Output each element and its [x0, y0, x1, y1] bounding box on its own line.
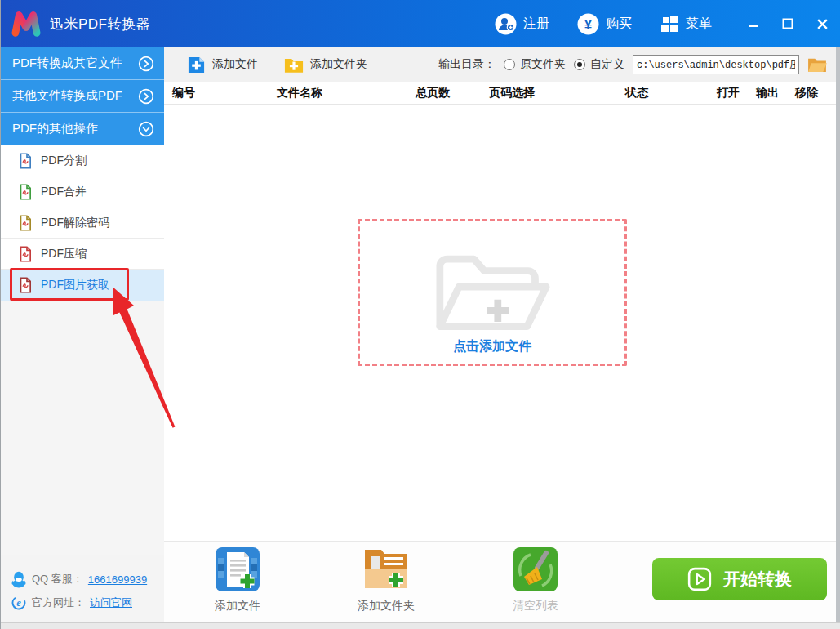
chevron-right-circle-icon [138, 56, 154, 72]
window-bottom-border [1, 622, 840, 629]
maximize-icon [782, 18, 793, 29]
radio-original-label: 原文件夹 [520, 57, 566, 72]
radio-custom-label: 自定义 [590, 57, 624, 72]
bottom-toolbar: 添加文件 添加文件夹 [164, 541, 837, 622]
col-header-open: 打开 [709, 86, 748, 100]
user-plus-icon [495, 13, 517, 35]
file-list-area: 点击添加文件 [164, 105, 837, 541]
sidebar-item-pdf-remove-password[interactable]: PDF解除密码 [1, 207, 164, 239]
add-file-big-label: 添加文件 [215, 599, 260, 613]
group-label: 其他文件转换成PDF [12, 88, 122, 104]
clear-list-big-label: 清空列表 [513, 599, 558, 613]
add-folder-button[interactable]: 添加文件夹 [284, 56, 367, 74]
minimize-button[interactable] [740, 11, 767, 36]
close-icon [816, 18, 829, 30]
qq-service-label: QQ 客服： [32, 572, 83, 587]
yen-icon: ¥ [577, 13, 599, 35]
play-icon [687, 567, 712, 591]
app-title: 迅米PDF转换器 [50, 15, 150, 33]
qq-icon [11, 570, 27, 588]
pdf-file-icon [19, 153, 33, 169]
add-folder-big-icon [362, 546, 411, 592]
output-path-input[interactable] [633, 55, 799, 74]
radio-original-folder[interactable]: 原文件夹 [504, 57, 566, 72]
add-folder-big-label: 添加文件夹 [358, 599, 415, 613]
maximize-button[interactable] [774, 11, 802, 36]
main-panel: 添加文件 添加文件夹 输出目录： 原文件夹 自定义 [164, 47, 837, 622]
svg-text:e: e [16, 597, 21, 609]
col-header-output: 输出 [748, 86, 787, 100]
add-folder-icon [284, 56, 304, 74]
start-convert-label: 开始转换 [723, 568, 792, 591]
sidebar-footer: QQ 客服： 1661699939 e 官方网址： 访问官网 [1, 555, 164, 622]
col-header-total-pages: 总页数 [407, 86, 481, 100]
dropzone-label: 点击添加文件 [453, 338, 531, 355]
add-file-big-icon [215, 546, 260, 592]
sidebar-item-label: PDF分割 [41, 154, 87, 168]
radio-custom[interactable]: 自定义 [574, 57, 624, 72]
pdf-file-icon [19, 215, 33, 231]
menu-button[interactable]: 菜单 [660, 14, 712, 33]
radio-custom-circle[interactable] [574, 59, 585, 70]
output-dir-label: 输出目录： [438, 57, 496, 72]
group-label: PDF转换成其它文件 [12, 56, 122, 71]
sidebar-item-label: PDF解除密码 [41, 216, 109, 230]
official-site-link[interactable]: 访问官网 [90, 596, 132, 610]
qq-number-link[interactable]: 1661699939 [88, 573, 147, 586]
clear-list-big-icon [513, 546, 558, 592]
close-button[interactable] [808, 11, 836, 36]
ie-browser-icon: e [11, 595, 27, 611]
pdf-file-icon [19, 246, 33, 262]
col-header-remove: 移除 [787, 86, 837, 100]
titlebar: 迅米PDF转换器 注册 ¥ 购买 [1, 0, 840, 47]
sidebar-group-other-to-pdf[interactable]: 其他文件转换成PDF [1, 80, 164, 113]
menu-label: 菜单 [686, 16, 712, 33]
col-header-index: 编号 [164, 86, 269, 100]
col-header-status: 状态 [617, 86, 709, 100]
grid-menu-icon [660, 14, 679, 33]
sidebar-item-label: PDF图片获取 [41, 278, 109, 292]
minimize-icon [748, 18, 759, 29]
open-folder-plus-icon [421, 234, 564, 347]
sidebar-group-pdf-other-ops[interactable]: PDF的其他操作 [1, 113, 164, 145]
register-button[interactable]: 注册 [495, 13, 549, 35]
radio-original-folder-circle[interactable] [504, 59, 515, 70]
pdf-file-icon [19, 277, 33, 293]
app-window: 迅米PDF转换器 注册 ¥ 购买 [0, 0, 840, 629]
add-folder-label: 添加文件夹 [310, 57, 367, 72]
file-table-header: 编号 文件名称 总页数 页码选择 状态 打开 输出 移除 [164, 82, 837, 105]
group-label: PDF的其他操作 [12, 121, 98, 136]
sidebar: PDF转换成其它文件 其他文件转换成PDF PDF的其他操作 P [1, 47, 164, 622]
col-header-filename: 文件名称 [269, 86, 407, 100]
sidebar-item-pdf-image-extract[interactable]: PDF图片获取 [1, 270, 164, 301]
top-toolbar: 添加文件 添加文件夹 输出目录： 原文件夹 自定义 [164, 47, 837, 82]
add-file-button[interactable]: 添加文件 [187, 56, 258, 74]
buy-label: 购买 [606, 16, 632, 33]
col-header-page-select: 页码选择 [481, 86, 617, 100]
official-site-label: 官方网址： [32, 596, 85, 610]
sidebar-item-pdf-compress[interactable]: PDF压缩 [1, 239, 164, 270]
add-files-dropzone[interactable]: 点击添加文件 [358, 219, 627, 366]
browse-folder-icon[interactable] [807, 56, 827, 73]
svg-text:¥: ¥ [584, 16, 593, 32]
add-folder-big-button[interactable]: 添加文件夹 [333, 546, 439, 613]
add-file-icon [187, 56, 206, 74]
app-logo-icon [9, 7, 43, 41]
window-right-border [836, 47, 840, 629]
clear-list-big-button[interactable]: 清空列表 [482, 546, 589, 613]
start-convert-button[interactable]: 开始转换 [652, 558, 827, 600]
sidebar-group-pdf-to-other[interactable]: PDF转换成其它文件 [1, 47, 164, 80]
sidebar-item-pdf-merge[interactable]: PDF合并 [1, 176, 164, 207]
pdf-file-icon [19, 184, 33, 200]
output-dir-group: 输出目录： 原文件夹 自定义 [438, 55, 827, 74]
chevron-right-circle-icon [138, 88, 154, 105]
add-file-label: 添加文件 [212, 57, 258, 72]
sidebar-item-label: PDF合并 [41, 185, 87, 199]
register-label: 注册 [523, 16, 549, 33]
sidebar-item-label: PDF压缩 [41, 247, 87, 261]
add-file-big-button[interactable]: 添加文件 [184, 546, 291, 613]
sidebar-item-pdf-split[interactable]: PDF分割 [1, 145, 164, 176]
buy-button[interactable]: ¥ 购买 [577, 13, 632, 35]
chevron-down-circle-icon [138, 121, 154, 137]
